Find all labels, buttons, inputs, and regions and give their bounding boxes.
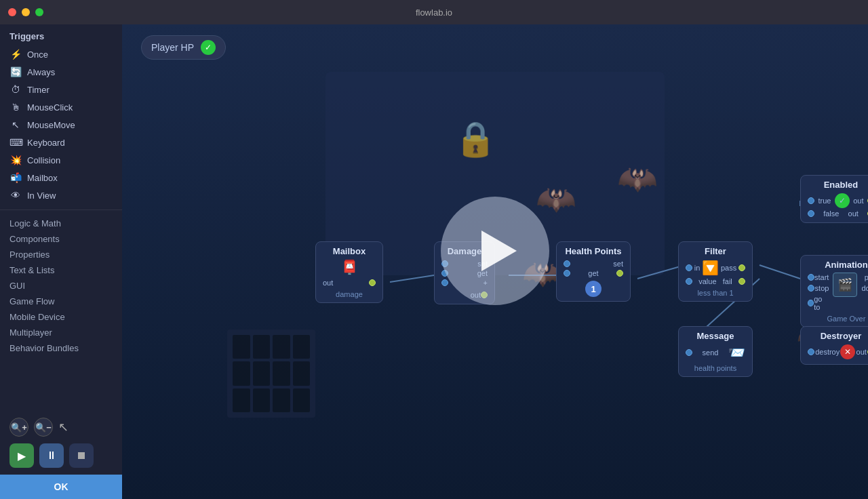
mouse-icon: 🖱 bbox=[9, 102, 22, 113]
sidebar-item-mobile[interactable]: Mobile Device bbox=[9, 309, 113, 325]
zoom-out-icon: 🔍− bbox=[35, 422, 52, 433]
health-points-title: Health Points bbox=[564, 246, 623, 256]
keyboard-icon: ⌨ bbox=[9, 137, 22, 148]
eye-icon: 👁 bbox=[9, 190, 22, 201]
stop-button[interactable]: ⏹ bbox=[69, 443, 94, 468]
sidebar-item-collision-label: Collision bbox=[27, 155, 60, 165]
filter-pass-label: pass bbox=[721, 264, 736, 272]
filter-node[interactable]: Filter in 🔽 pass value fail less than 1 bbox=[678, 241, 753, 302]
sidebar-item-mousemove-label: MouseMove bbox=[27, 120, 75, 130]
sidebar-item-bundles[interactable]: Behavior Bundles bbox=[9, 340, 113, 356]
filter-value-label: value bbox=[698, 277, 716, 285]
animation-preview: 🎬 bbox=[833, 273, 857, 297]
sidebar-item-keyboard[interactable]: ⌨ Keyboard bbox=[0, 134, 122, 151]
playback-controls: ▶ ⏸ ⏹ bbox=[9, 443, 113, 468]
hp-get-row: get bbox=[564, 268, 623, 278]
lightning-icon: ⚡ bbox=[9, 49, 22, 60]
sidebar-item-gameflow[interactable]: Game Flow bbox=[9, 294, 113, 309]
sidebar-item-text[interactable]: Text & Lists bbox=[9, 262, 113, 278]
filter-node-title: Filter bbox=[686, 246, 745, 256]
play-overlay-button[interactable] bbox=[441, 197, 549, 305]
sidebar-item-components[interactable]: Components bbox=[9, 231, 113, 247]
hp-get-label: get bbox=[588, 269, 598, 277]
bat-creature-2: 🦇 bbox=[617, 160, 658, 198]
destroyer-destroy-port bbox=[808, 348, 814, 355]
hp-set-label: set bbox=[613, 260, 623, 268]
canvas-area[interactable]: 🔒 🦇 🦇 🦇 🦇 Player HP ✓ bbox=[122, 24, 868, 499]
triggers-label: Triggers bbox=[0, 24, 122, 45]
destroyer-node[interactable]: Destroyer destroy ✕ out bbox=[800, 326, 868, 365]
destroyer-destroy-label: destroy bbox=[815, 348, 840, 356]
play-triangle-icon bbox=[481, 231, 517, 271]
health-points-node[interactable]: Health Points set get 1 bbox=[556, 241, 631, 302]
player-hp-text: Player HP bbox=[151, 42, 194, 53]
lock-icon: 🔒 bbox=[454, 119, 496, 159]
sidebar-item-timer[interactable]: ⏱ Timer bbox=[0, 81, 122, 98]
sidebar-item-timer-label: Timer bbox=[27, 85, 50, 95]
dark-blocks bbox=[227, 330, 315, 418]
close-button[interactable] bbox=[8, 8, 16, 16]
sidebar-item-gui[interactable]: GUI bbox=[9, 278, 113, 294]
zoom-controls: 🔍+ 🔍− ↖ bbox=[9, 418, 113, 437]
pointer-icon: ↖ bbox=[58, 420, 68, 435]
sidebar-sections: Logic & Math Components Properties Text … bbox=[0, 216, 122, 411]
timer-icon: ⏱ bbox=[9, 84, 22, 95]
animation-stop-port bbox=[808, 285, 814, 292]
mailbox-node-subtitle: damage bbox=[323, 290, 376, 298]
mailbox-out-row: out bbox=[323, 278, 376, 287]
sidebar-item-logic[interactable]: Logic & Math bbox=[9, 216, 113, 231]
zoom-in-button[interactable]: 🔍+ bbox=[9, 418, 28, 437]
animation-start-port bbox=[808, 274, 814, 281]
pause-button[interactable]: ⏸ bbox=[39, 443, 64, 468]
filter-in-port bbox=[686, 264, 692, 271]
sidebar-item-inview[interactable]: 👁 In View bbox=[0, 186, 122, 204]
sidebar-item-collision[interactable]: 💥 Collision bbox=[0, 151, 122, 169]
mailbox-node-title: Mailbox bbox=[323, 246, 376, 256]
sidebar-item-keyboard-label: Keyboard bbox=[27, 138, 65, 148]
divider bbox=[0, 209, 122, 210]
message-node[interactable]: Message send 📨 health points bbox=[678, 326, 753, 377]
enabled-true-label: true bbox=[818, 197, 831, 205]
message-send-port bbox=[686, 349, 692, 356]
animation-stop-row: stop bbox=[808, 283, 829, 293]
sidebar-item-always[interactable]: 🔄 Always bbox=[0, 63, 122, 81]
refresh-icon: 🔄 bbox=[9, 66, 22, 77]
mailbox-node[interactable]: Mailbox 📮 out damage bbox=[315, 241, 383, 303]
sidebar-item-multiplayer[interactable]: Multiplayer bbox=[9, 325, 113, 340]
sidebar-item-once-label: Once bbox=[27, 49, 48, 60]
ok-button[interactable]: OK bbox=[0, 475, 122, 499]
message-send-row: send 📨 bbox=[686, 344, 745, 361]
sidebar-item-mailbox[interactable]: 📬 Mailbox bbox=[0, 169, 122, 186]
maximize-button[interactable] bbox=[35, 8, 43, 16]
animation-done-row: done bbox=[861, 283, 868, 293]
animation-play-row: play bbox=[865, 273, 868, 282]
animation-goto-label: go to bbox=[814, 295, 829, 311]
window-controls bbox=[8, 8, 43, 16]
bat-creature-1: 🦇 bbox=[536, 180, 576, 218]
filter-value-port bbox=[686, 278, 692, 285]
enabled-out1-label: out bbox=[853, 197, 863, 205]
cursor-icon: ↖ bbox=[9, 119, 22, 130]
destroyer-node-title: Destroyer bbox=[808, 331, 868, 341]
sidebar-item-inview-label: In View bbox=[27, 191, 56, 201]
sidebar-item-mouseclick[interactable]: 🖱 MouseClick bbox=[0, 98, 122, 116]
animation-stop-label: stop bbox=[815, 284, 829, 292]
sidebar-item-properties[interactable]: Properties bbox=[9, 247, 113, 262]
enabled-true-row: true ✓ out bbox=[808, 193, 868, 209]
zoom-out-button[interactable]: 🔍− bbox=[34, 418, 53, 437]
play-button[interactable]: ▶ bbox=[9, 443, 34, 468]
animation-goto-port bbox=[808, 300, 814, 306]
hp-set-row: set bbox=[564, 259, 623, 268]
sidebar-item-once[interactable]: ⚡ Once bbox=[0, 45, 122, 63]
animation-start-row: start bbox=[808, 273, 829, 282]
sidebar: Triggers ⚡ Once 🔄 Always ⏱ Timer 🖱 Mouse… bbox=[0, 24, 122, 499]
minimize-button[interactable] bbox=[22, 8, 30, 16]
filter-fail-port bbox=[738, 278, 745, 285]
animation-node[interactable]: Animation start stop go to bbox=[800, 255, 868, 327]
filter-fail-label: fail bbox=[723, 277, 732, 285]
hp-get-in-port bbox=[564, 270, 570, 277]
animation-play-label: play bbox=[865, 273, 868, 281]
sidebar-item-mousemove[interactable]: ↖ MouseMove bbox=[0, 116, 122, 134]
animation-done-label: done bbox=[861, 284, 868, 292]
enabled-node[interactable]: Enabled true ✓ out false out bbox=[800, 175, 868, 223]
